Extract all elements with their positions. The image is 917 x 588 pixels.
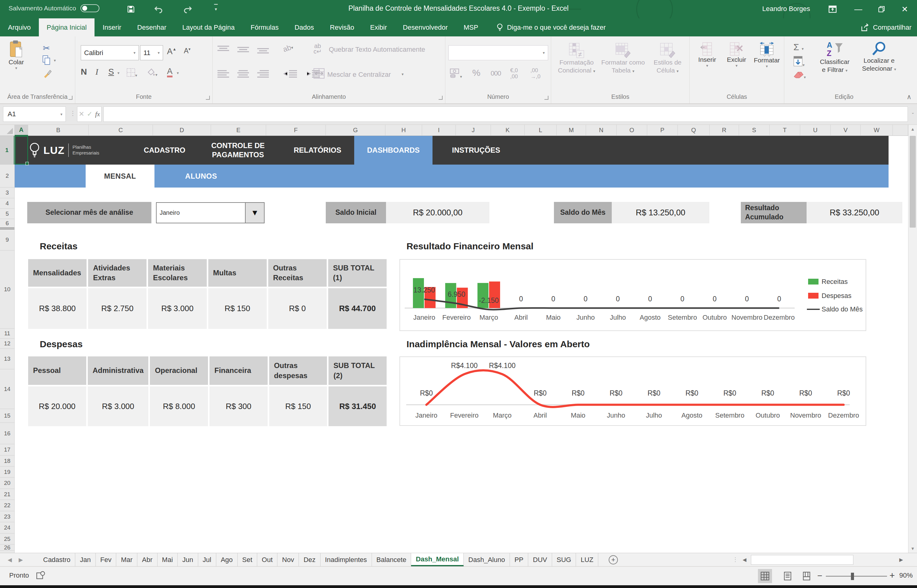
close-button[interactable]: ✕ — [898, 3, 912, 15]
insert-function-icon[interactable]: fx — [95, 110, 100, 118]
select-all-corner[interactable] — [0, 125, 15, 136]
ribbon-tab-formulas[interactable]: Fórmulas — [242, 18, 287, 36]
minimize-button[interactable]: — — [852, 3, 865, 15]
sheet-tab-dash-mensal[interactable]: Dash_Mensal — [411, 553, 464, 566]
column-header-a[interactable]: A — [15, 125, 28, 136]
fill-button[interactable]: ▾ — [793, 56, 805, 68]
row-header-16[interactable]: 16 — [0, 423, 15, 444]
row-header-23[interactable]: 23 — [0, 511, 15, 522]
column-header-u[interactable]: U — [800, 125, 831, 136]
font-color-dropdown[interactable]: ▾ — [177, 71, 179, 75]
vertical-scrollbar[interactable]: ▲ ▼ — [908, 125, 917, 553]
ribbon-tab-inserir[interactable]: Inserir — [95, 18, 129, 36]
borders-button[interactable]: ▾ — [127, 68, 137, 78]
vertical-scroll-thumb[interactable] — [910, 136, 916, 228]
ribbon-tab-layout-da-pagina[interactable]: Layout da Página — [174, 18, 242, 36]
column-header-n[interactable]: N — [586, 125, 617, 136]
cell-styles-button[interactable]: Estilos deCélula ▾ — [649, 42, 687, 75]
sheet-tab-nov[interactable]: Nov — [278, 553, 299, 566]
wrap-text-button[interactable]: Quebrar Texto Automaticamente — [329, 45, 425, 53]
new-sheet-button[interactable]: + — [609, 555, 618, 564]
nav-tab-relatorios[interactable]: RELATÓRIOS — [281, 136, 354, 165]
row-header-21[interactable]: 21 — [0, 489, 15, 500]
row-header-4[interactable]: 4 — [0, 198, 15, 208]
orientation-icon[interactable]: ab▾ — [282, 42, 294, 54]
sheet-tab-abr[interactable]: Abr — [137, 553, 157, 566]
formula-input[interactable] — [103, 107, 908, 122]
column-header-h[interactable]: H — [386, 125, 422, 136]
underline-button[interactable]: S — [108, 67, 114, 77]
decrease-font-icon[interactable]: A▾ — [184, 47, 191, 55]
ribbon-tab-pagina-inicial[interactable]: Página Inicial — [39, 18, 95, 36]
decrease-decimal-button[interactable]: ,00→,0 — [530, 68, 541, 80]
row-header-10[interactable]: 10 — [0, 250, 15, 329]
column-header-c[interactable]: C — [89, 125, 153, 136]
row-header-24[interactable]: 24 — [0, 522, 15, 533]
sheet-tab-set[interactable]: Set — [238, 553, 257, 566]
column-header-f[interactable]: F — [266, 125, 326, 136]
currency-button[interactable]: ▾ — [450, 68, 462, 79]
nav-tab-instrucoes[interactable]: INSTRUÇÕES — [433, 136, 520, 165]
column-header-k[interactable]: K — [491, 125, 525, 136]
sheet-tab-inadimplentes[interactable]: Inadimplentes — [321, 553, 372, 566]
row-header-22[interactable]: 22 — [0, 500, 15, 511]
sheet-tab-mai[interactable]: Mai — [158, 553, 178, 566]
cancel-entry-icon[interactable]: ✕ — [79, 110, 84, 118]
hscroll-left-icon[interactable]: ◀ — [743, 557, 746, 562]
sheet-tab-jun[interactable]: Jun — [178, 553, 198, 566]
month-selector-dropdown[interactable]: Janeiro ▼ — [156, 202, 265, 223]
column-header-q[interactable]: Q — [678, 125, 710, 136]
percent-button[interactable]: % — [472, 68, 481, 78]
bold-button[interactable]: N — [81, 67, 87, 77]
zoom-slider-track[interactable] — [826, 576, 887, 577]
name-box[interactable]: A1 ▾ — [3, 107, 66, 122]
page-layout-view-icon[interactable] — [781, 569, 795, 583]
copy-button[interactable]: ▾ — [42, 55, 56, 65]
merge-dropdown[interactable]: ▾ — [402, 72, 404, 76]
clear-button[interactable]: ▾ — [793, 71, 806, 80]
find-select-button[interactable]: Localizar eSelecionar ▾ — [858, 41, 901, 73]
sheet-tab-out[interactable]: Out — [257, 553, 278, 566]
ribbon-tab-desenvolvedor[interactable]: Desenvolvedor — [395, 18, 456, 36]
row-header-18[interactable]: 18 — [0, 456, 15, 467]
tell-me-search[interactable]: Diga-me o que você deseja fazer — [496, 18, 605, 36]
row-header-14[interactable]: 14 — [0, 369, 15, 409]
ribbon-tab-revisao[interactable]: Revisão — [322, 18, 362, 36]
cut-button[interactable]: ✂ — [43, 43, 50, 53]
sheet-tab-jul[interactable]: Jul — [198, 553, 216, 566]
column-header-t[interactable]: T — [770, 125, 800, 136]
column-header-b[interactable]: B — [28, 125, 89, 136]
font-name-select[interactable]: Calibri▾ — [81, 45, 139, 60]
row-header-13[interactable]: 13 — [0, 349, 15, 369]
nav-tab-controle-de-pagamentos[interactable]: CONTROLE DEPAGAMENTOS — [195, 136, 281, 165]
row-header-26[interactable]: 26 — [0, 544, 15, 551]
sheet-tab-dash-aluno[interactable]: Dash_Aluno — [464, 553, 510, 566]
increase-decimal-button[interactable]: €,0,00 — [510, 68, 518, 80]
column-header-l[interactable]: L — [525, 125, 557, 136]
number-format-select[interactable]: ▾ — [449, 45, 548, 60]
sheet-nav-right-icon[interactable]: ▶ — [15, 553, 26, 566]
column-header-s[interactable]: S — [739, 125, 770, 136]
zoom-slider-thumb[interactable] — [851, 573, 854, 580]
row-header-3[interactable]: 3 — [0, 187, 15, 198]
zoom-out-icon[interactable]: − — [817, 571, 822, 581]
scroll-down-icon[interactable]: ▼ — [911, 546, 915, 551]
format-as-table-button[interactable]: Formatar comoTabela ▾ — [600, 42, 646, 75]
confirm-entry-icon[interactable]: ✓ — [87, 110, 92, 118]
row-header-12[interactable]: 12 — [0, 339, 15, 349]
subtab-alunos[interactable]: ALUNOS — [155, 165, 248, 187]
increase-font-icon[interactable]: A▲ — [167, 47, 176, 56]
sort-filter-button[interactable]: AZ Classificare Filtrar ▾ — [815, 41, 855, 74]
conditional-formatting-button[interactable]: ≠ FormataçãoCondicional ▾ — [557, 42, 596, 75]
normal-view-icon[interactable] — [758, 569, 772, 583]
merge-center-button[interactable]: Mesclar e Centralizar — [327, 71, 391, 79]
column-header-v[interactable]: V — [831, 125, 861, 136]
row-header-17[interactable]: 17 — [0, 444, 15, 456]
delete-cells-button[interactable]: Excluir▾ — [723, 42, 750, 68]
format-painter-button[interactable] — [43, 69, 52, 78]
subtab-mensal[interactable]: MENSAL — [86, 165, 155, 187]
column-header-p[interactable]: P — [647, 125, 678, 136]
format-cells-button[interactable]: Formatar▾ — [752, 42, 781, 68]
autosum-button[interactable]: Σ ▾ — [793, 42, 804, 52]
sheet-tab-duv[interactable]: DUV — [528, 553, 552, 566]
